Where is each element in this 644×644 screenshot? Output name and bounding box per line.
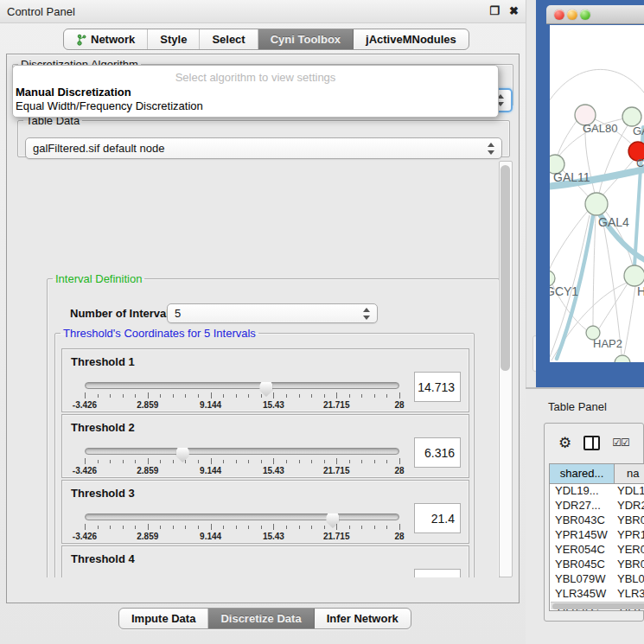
table-row[interactable]: YPR145WYPR1 — [550, 528, 644, 543]
cell-name[interactable]: YPR1 — [615, 528, 644, 543]
slider-tick-label: 28 — [394, 466, 404, 475]
slider-tick — [223, 526, 224, 529]
threshold-1-slider[interactable]: -3.4262.8599.14415.4321.71528 — [85, 379, 399, 410]
slider-tick — [198, 526, 199, 529]
node-label-gal80: GAL80 — [583, 122, 617, 135]
slider-tick-label: 2.859 — [137, 466, 158, 475]
slider-tick — [236, 394, 237, 398]
cell-name[interactable]: YBR0 — [615, 513, 644, 528]
cell-name[interactable]: YLR3 — [615, 587, 644, 602]
slider-tick — [386, 526, 387, 529]
tab-infer-network[interactable]: Infer Network — [315, 609, 411, 628]
slider-tick — [223, 394, 224, 398]
slider-tick — [399, 392, 400, 399]
threshold-4-slider[interactable]: -3.4262.8599.14415.4321.71528 — [85, 576, 399, 577]
algorithm-hint-item: Select algorithm to view settings — [13, 71, 498, 86]
slider-tick — [336, 458, 337, 464]
cell-shared-name[interactable]: YPR145W — [550, 528, 615, 543]
cell-shared-name[interactable]: YLR345W — [550, 587, 615, 602]
top-tab-bar: Network Style Select Cyni Toolbox jActiv… — [63, 29, 469, 50]
table-row[interactable]: YBL079WYBL0 — [550, 572, 644, 587]
threshold-3-value-field[interactable]: 21.4 — [414, 503, 461, 533]
slider-tick — [324, 526, 325, 529]
tab-impute-data[interactable]: Impute Data — [119, 609, 208, 628]
slider-tick — [98, 460, 99, 463]
node-label-gal4: GAL4 — [598, 215, 629, 229]
slider-tick — [261, 460, 262, 463]
column-header-name[interactable]: na — [615, 464, 644, 483]
cell-shared-name[interactable]: YBR045C — [550, 558, 615, 572]
table-row[interactable]: YLR345WYLR3 — [550, 587, 644, 602]
cell-name[interactable]: YBR0 — [615, 558, 644, 572]
number-of-intervals-combobox[interactable]: 5 — [167, 303, 378, 323]
tab-cyni-toolbox[interactable]: Cyni Toolbox — [258, 29, 354, 49]
split-view-icon[interactable] — [583, 436, 600, 450]
table-row[interactable]: YDL19...YDL1 — [550, 484, 644, 499]
thresholds-legend: Threshold's Coordinates for 5 Intervals — [61, 327, 258, 340]
node-bottom-partial — [615, 355, 630, 362]
cell-name[interactable]: YBL0 — [615, 572, 644, 587]
table-row[interactable]: YER054CYER0 — [550, 543, 644, 558]
network-window-titlebar[interactable] — [546, 5, 644, 24]
network-canvas[interactable]: GAL80 GA C GAL11 GAL4 GCY1 H HAP2 — [550, 25, 644, 362]
slider-tick — [185, 460, 186, 463]
table-row[interactable]: YBR043CYBR0 — [550, 513, 644, 528]
slider-tick — [374, 394, 375, 398]
slider-tick — [185, 394, 186, 398]
slider-tick — [311, 526, 312, 529]
threshold-2-value-field[interactable]: 6.316 — [414, 437, 461, 468]
slider-track[interactable] — [85, 448, 399, 455]
slider-tick — [123, 460, 124, 463]
algorithm-option-manual[interactable]: Manual Discretization — [13, 86, 498, 99]
close-icon[interactable]: ✖ — [509, 4, 519, 17]
threshold-3-slider[interactable]: -3.4262.8599.14415.4321.71528 — [85, 510, 399, 541]
zoom-traffic-icon[interactable] — [580, 10, 590, 20]
algorithm-option-equal-width[interactable]: Equal Width/Frequency Discretization — [13, 99, 498, 113]
slider-tick — [211, 458, 212, 464]
main-scrollbar[interactable] — [499, 161, 513, 577]
tab-network[interactable]: Network — [64, 29, 148, 49]
table-data-combobox[interactable]: galFiltered.sif default node — [25, 137, 502, 159]
column-header-shared-name[interactable]: shared... — [550, 464, 615, 483]
threshold-2-slider[interactable]: -3.4262.8599.14415.4321.71528 — [85, 444, 399, 475]
node-table-body: YDL19...YDL1YDR27...YDR2YBR043CYBR0YPR14… — [550, 484, 644, 611]
close-traffic-icon[interactable] — [554, 10, 564, 20]
cell-name[interactable]: YDL1 — [615, 484, 644, 499]
minimize-traffic-icon[interactable] — [567, 10, 577, 20]
tab-style[interactable]: Style — [148, 29, 200, 49]
tab-jactivemnodules[interactable]: jActiveMNodules — [354, 29, 469, 49]
slider-tick-label: 28 — [394, 532, 404, 541]
table-row[interactable]: YDR27...YDR2 — [550, 499, 644, 513]
tab-select[interactable]: Select — [200, 29, 258, 49]
cell-shared-name[interactable]: YDL19... — [550, 484, 615, 499]
slider-tick — [160, 460, 161, 463]
slider-track[interactable] — [85, 382, 399, 389]
cell-name[interactable]: YDR2 — [615, 499, 644, 513]
threshold-4-value-field[interactable]: 11.344 — [414, 569, 461, 577]
cell-name[interactable]: YER0 — [615, 543, 644, 558]
main-scrollbar-thumb[interactable] — [501, 165, 510, 371]
cell-shared-name[interactable]: YBR043C — [550, 513, 615, 528]
tab-discretize-data[interactable]: Discretize Data — [208, 609, 314, 628]
slider-tick-label: 15.43 — [263, 400, 284, 410]
column-checkboxes-icon[interactable]: ☑☑ — [612, 437, 629, 449]
slider-track[interactable] — [85, 513, 399, 520]
slider-tick-label: 21.715 — [323, 466, 350, 475]
slider-tick — [261, 394, 262, 398]
threshold-1-value-field[interactable]: 14.713 — [414, 372, 461, 402]
slider-tick — [211, 392, 212, 399]
slider-tick — [148, 458, 149, 464]
cell-shared-name[interactable]: YBL079W — [550, 572, 615, 587]
table-hscrollbar-thumb[interactable] — [552, 603, 644, 609]
table-toolbar: ⚙ ☑☑ — [545, 424, 643, 462]
cell-shared-name[interactable]: YER054C — [550, 543, 615, 558]
slider-tick — [386, 460, 387, 463]
slider-tick-label: 9.144 — [200, 400, 221, 410]
slider-tick — [248, 460, 249, 463]
cell-shared-name[interactable]: YDR27... — [550, 499, 615, 513]
table-hscrollbar[interactable] — [551, 602, 644, 609]
node-label-hap2: HAP2 — [593, 337, 622, 350]
table-row[interactable]: YBR045CYBR0 — [550, 558, 644, 572]
gear-icon[interactable]: ⚙ — [558, 436, 571, 450]
float-window-icon[interactable]: ❐ — [489, 4, 500, 17]
